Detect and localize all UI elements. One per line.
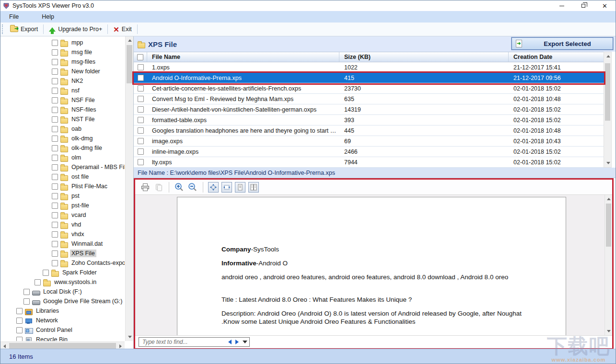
- tree-vertical-scrollbar[interactable]: [125, 36, 133, 341]
- find-options-icon[interactable]: [243, 341, 247, 343]
- table-row-image-oxps[interactable]: image.oxps6902-01-2018 10:43: [134, 136, 604, 147]
- tree-checkbox[interactable]: [52, 68, 58, 75]
- tree-item-nsf-file[interactable]: NSF File: [0, 95, 125, 105]
- fit-page-button[interactable]: [208, 182, 219, 193]
- tree-checkbox[interactable]: [52, 97, 58, 103]
- tree-item-new-folder[interactable]: New folder: [0, 67, 125, 76]
- row-checkbox[interactable]: [138, 117, 144, 123]
- exit-button[interactable]: ✕ Exit: [109, 23, 136, 35]
- tree-checkbox[interactable]: [52, 136, 58, 142]
- table-row-android-o-informative-prerna-xps[interactable]: Android O-Informative-Prerna.xps41521-12…: [134, 73, 604, 83]
- tree-checkbox[interactable]: [52, 88, 58, 94]
- tree-item-nsf-files[interactable]: NSF-files: [0, 105, 125, 114]
- tree-checkbox[interactable]: [52, 107, 58, 113]
- row-checkbox[interactable]: [138, 85, 144, 91]
- tree-item-operamail-mbs-file[interactable]: Operamail - MBS File: [0, 162, 125, 172]
- menu-file[interactable]: File: [4, 11, 23, 23]
- tree-hscrollbar-thumb[interactable]: [9, 343, 116, 349]
- row-checkbox[interactable]: [138, 127, 144, 134]
- tree-checkbox[interactable]: [52, 193, 58, 199]
- scroll-down-icon[interactable]: [604, 159, 612, 167]
- tree-checkbox[interactable]: [23, 298, 30, 305]
- tree-item-spark-folder[interactable]: Spark Folder: [0, 268, 125, 277]
- row-checkbox[interactable]: [138, 64, 144, 70]
- fit-width-button[interactable]: [221, 182, 232, 193]
- tree-item-olm[interactable]: olm: [0, 153, 125, 162]
- scroll-up-icon[interactable]: [605, 195, 612, 203]
- tree-item-zoho-contacts-exported[interactable]: Zoho Contacts-exported: [0, 258, 125, 268]
- export-selected-button[interactable]: Export Selected: [511, 37, 613, 50]
- print-icon[interactable]: [140, 182, 151, 193]
- tree-item-winmail-dat[interactable]: Winmail.dat: [0, 239, 125, 249]
- tree-item-pst[interactable]: pst: [0, 191, 125, 201]
- tree-checkbox[interactable]: [52, 40, 58, 46]
- row-checkbox[interactable]: [138, 75, 144, 81]
- column-header-size[interactable]: Size (KB): [339, 52, 509, 62]
- find-input[interactable]: [139, 338, 216, 346]
- find-previous-icon[interactable]: [228, 340, 232, 344]
- tree-item-msg-file[interactable]: msg file: [0, 47, 125, 57]
- select-all-checkbox[interactable]: [137, 54, 143, 60]
- table-row-1-oxps[interactable]: 1.oxps102221-12-2017 15:41: [134, 62, 604, 73]
- tree-item-libraries[interactable]: Libraries: [0, 306, 125, 316]
- minimize-button[interactable]: [551, 0, 572, 11]
- scroll-down-icon[interactable]: [605, 327, 612, 335]
- tree-item-mpp[interactable]: mpp: [0, 38, 125, 47]
- tree-checkbox[interactable]: [52, 164, 58, 171]
- tree-item-pst-file[interactable]: pst-file: [0, 201, 125, 210]
- zoom-out-icon[interactable]: [187, 182, 198, 193]
- tree-checkbox[interactable]: [52, 260, 58, 266]
- tree-checkbox[interactable]: [43, 270, 49, 276]
- zoom-in-icon[interactable]: [174, 182, 185, 193]
- tree-checkbox[interactable]: [35, 279, 41, 285]
- export-button[interactable]: Export: [6, 23, 42, 35]
- table-row-lty-oxps[interactable]: lty.oxps794402-01-2018 15:02: [134, 157, 604, 168]
- column-header-creation-date[interactable]: Creation Date: [509, 52, 604, 62]
- table-row-inline-image-oxps[interactable]: inline-image.oxps246602-01-2018 15:02: [134, 147, 604, 157]
- tree-checkbox[interactable]: [52, 145, 58, 151]
- tree-item-recycle-bin[interactable]: Recycle Bin: [0, 335, 125, 341]
- tree-checkbox[interactable]: [23, 289, 30, 295]
- row-checkbox[interactable]: [138, 106, 144, 113]
- tree-item-vhdx[interactable]: vhdx: [0, 229, 125, 239]
- tree-item-msg-files[interactable]: msg-files: [0, 57, 125, 67]
- tree-checkbox[interactable]: [16, 318, 23, 324]
- tree-checkbox[interactable]: [52, 250, 58, 257]
- scroll-up-icon[interactable]: [604, 52, 612, 60]
- tree-item-ost-file[interactable]: ost file: [0, 172, 125, 182]
- restore-button[interactable]: [572, 0, 594, 11]
- row-checkbox[interactable]: [138, 159, 144, 165]
- preview-scrollbar-thumb[interactable]: [606, 204, 611, 247]
- table-row-googles-translation-headphones-are-here-[interactable]: Googles translation headphones are here …: [134, 125, 604, 136]
- tree-checkbox[interactable]: [52, 212, 58, 218]
- tree-item-www-systools-in[interactable]: www.systools.in: [0, 277, 125, 287]
- table-row-formatted-table-oxps[interactable]: formatted-table.oxps39302-01-2018 15:02: [134, 115, 604, 125]
- tree-checkbox[interactable]: [52, 78, 58, 84]
- tree-item-olk-dmg[interactable]: olk-dmg: [0, 134, 125, 143]
- close-button[interactable]: ✕: [594, 0, 616, 11]
- tree-item-oab[interactable]: oab: [0, 124, 125, 134]
- find-text-box[interactable]: [139, 337, 250, 347]
- scroll-up-icon[interactable]: [126, 36, 134, 45]
- row-checkbox[interactable]: [138, 96, 144, 102]
- tree-checkbox[interactable]: [52, 231, 58, 238]
- scroll-down-icon[interactable]: [126, 333, 134, 341]
- copy-icon[interactable]: [153, 182, 164, 193]
- tree-checkbox[interactable]: [52, 49, 58, 56]
- tree-item-network[interactable]: Network: [0, 316, 125, 325]
- preview-vertical-scrollbar[interactable]: [604, 195, 612, 335]
- tree-item-olk-dmg-file[interactable]: olk-dmg file: [0, 143, 125, 153]
- table-scrollbar-thumb[interactable]: [605, 63, 610, 121]
- find-next-icon[interactable]: [235, 340, 239, 344]
- tree-item-plist-file-mac[interactable]: Plist File-Mac: [0, 182, 125, 191]
- tree-checkbox[interactable]: [52, 59, 58, 65]
- tree-item-vhd[interactable]: vhd: [0, 220, 125, 229]
- row-checkbox[interactable]: [138, 138, 144, 144]
- tree-checkbox[interactable]: [52, 155, 58, 161]
- tree-item-control-panel[interactable]: Control Panel: [0, 325, 125, 335]
- two-page-view-button[interactable]: [248, 182, 259, 193]
- tree-item-nk2[interactable]: NK2: [0, 76, 125, 86]
- tree-checkbox[interactable]: [52, 203, 58, 209]
- upgrade-to-pro-button[interactable]: Upgrade to Pro+: [45, 23, 106, 35]
- tree-checkbox[interactable]: [52, 183, 58, 190]
